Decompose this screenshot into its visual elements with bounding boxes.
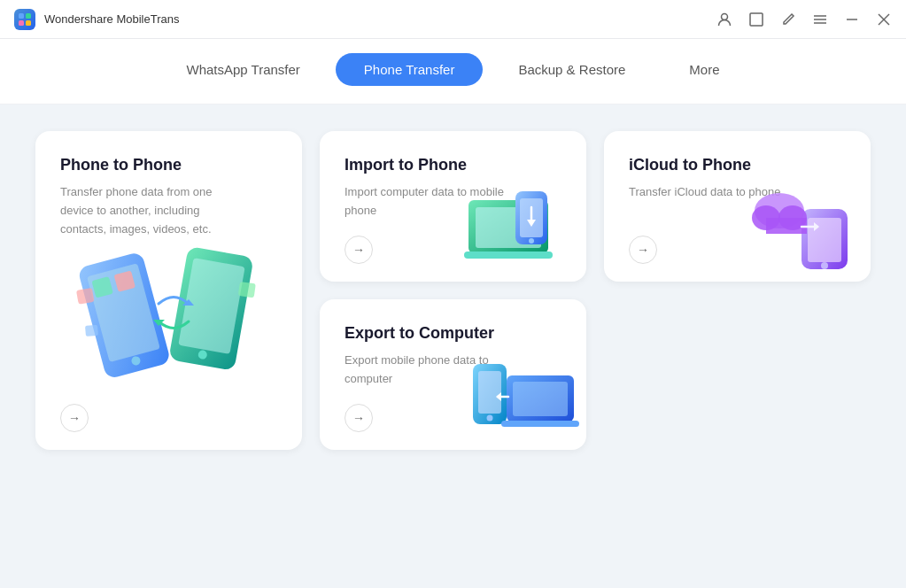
tab-more[interactable]: More: [661, 53, 747, 86]
titlebar-controls: [716, 12, 892, 27]
svg-rect-1: [26, 13, 31, 19]
svg-rect-0: [19, 13, 24, 19]
main-content: Phone to Phone Transfer phone data from …: [0, 104, 906, 588]
tab-phone[interactable]: Phone Transfer: [336, 53, 484, 86]
card-icloud-to-phone[interactable]: iCloud to Phone Transfer iCloud data to …: [604, 131, 871, 282]
minimize-button[interactable]: [844, 12, 860, 27]
svg-rect-5: [750, 13, 763, 26]
card-phone-to-phone-title: Phone to Phone: [60, 156, 277, 174]
svg-rect-33: [808, 218, 841, 262]
svg-rect-22: [76, 288, 95, 305]
import-to-phone-illustration: [464, 174, 579, 275]
icloud-to-phone-illustration: [748, 174, 863, 275]
close-button[interactable]: [876, 12, 892, 27]
account-button[interactable]: [716, 12, 732, 27]
titlebar: Wondershare MobileTrans: [0, 0, 906, 39]
svg-rect-38: [766, 218, 807, 234]
export-to-computer-illustration: [464, 342, 579, 443]
svg-rect-41: [478, 371, 501, 414]
card-phone-to-phone-arrow[interactable]: →: [60, 404, 89, 432]
app-icon: [14, 9, 35, 30]
app-title: Wondershare MobileTrans: [44, 12, 179, 26]
card-icloud-arrow[interactable]: →: [629, 236, 657, 264]
card-export-title: Export to Computer: [345, 324, 561, 343]
svg-point-34: [821, 262, 828, 269]
edit-button[interactable]: [780, 12, 796, 27]
svg-rect-45: [501, 421, 579, 427]
card-export-arrow[interactable]: →: [345, 404, 373, 432]
svg-rect-3: [26, 20, 31, 26]
svg-rect-24: [85, 325, 98, 337]
navbar: WhatsApp Transfer Phone Transfer Backup …: [0, 39, 906, 104]
card-import-title: Import to Phone: [345, 156, 561, 174]
card-icloud-title: iCloud to Phone: [629, 156, 846, 174]
svg-rect-44: [513, 382, 568, 416]
svg-rect-2: [19, 20, 24, 26]
svg-rect-27: [464, 251, 553, 259]
card-import-to-phone[interactable]: Import to Phone Import computer data to …: [320, 131, 586, 282]
menu-button[interactable]: [812, 12, 828, 27]
card-export-to-computer[interactable]: Export to Computer Export mobile phone d…: [320, 299, 586, 450]
svg-point-30: [529, 238, 534, 244]
tab-whatsapp[interactable]: WhatsApp Transfer: [158, 53, 328, 86]
card-import-arrow[interactable]: →: [345, 236, 373, 264]
cards-grid: Phone to Phone Transfer phone data from …: [35, 131, 871, 450]
svg-point-4: [722, 13, 728, 19]
window-button[interactable]: [748, 12, 764, 27]
phone-to-phone-illustration: [63, 220, 275, 397]
svg-rect-23: [237, 282, 255, 298]
card-phone-to-phone[interactable]: Phone to Phone Transfer phone data from …: [35, 131, 302, 450]
tab-backup[interactable]: Backup & Restore: [490, 53, 654, 86]
svg-point-42: [487, 415, 493, 422]
titlebar-left: Wondershare MobileTrans: [14, 9, 179, 30]
